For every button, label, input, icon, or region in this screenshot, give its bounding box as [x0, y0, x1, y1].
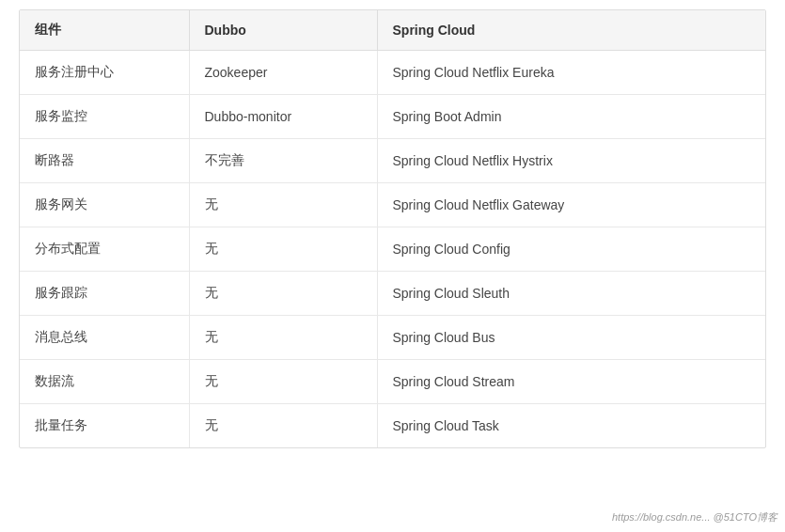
cell-dubbo: 无	[189, 404, 377, 448]
cell-component: 批量任务	[20, 404, 189, 448]
cell-dubbo: 无	[189, 227, 377, 272]
cell-component: 服务网关	[20, 183, 189, 227]
cell-spring: Spring Cloud Config	[377, 227, 765, 272]
cell-spring: Spring Cloud Netflix Gateway	[377, 183, 765, 227]
cell-spring: Spring Cloud Task	[377, 404, 765, 448]
comparison-table-wrapper: 组件 Dubbo Spring Cloud 服务注册中心ZookeeperSpr…	[19, 9, 766, 448]
cell-dubbo: 无	[189, 360, 377, 404]
cell-component: 消息总线	[20, 316, 189, 360]
cell-dubbo: 不完善	[189, 139, 377, 183]
cell-component: 服务注册中心	[20, 51, 189, 95]
cell-spring: Spring Cloud Netflix Hystrix	[377, 139, 765, 183]
table-row: 服务跟踪无Spring Cloud Sleuth	[20, 272, 765, 316]
table-row: 服务网关无Spring Cloud Netflix Gateway	[20, 183, 765, 227]
cell-component: 分布式配置	[20, 227, 189, 272]
table-header-row: 组件 Dubbo Spring Cloud	[20, 10, 765, 51]
header-spring: Spring Cloud	[377, 10, 765, 51]
cell-component: 服务跟踪	[20, 272, 189, 316]
cell-dubbo: Zookeeper	[189, 51, 377, 95]
table-row: 分布式配置无Spring Cloud Config	[20, 227, 765, 272]
header-component: 组件	[20, 10, 189, 51]
watermark: https://blog.csdn.ne... @51CTO博客	[612, 510, 777, 524]
cell-spring: Spring Cloud Stream	[377, 360, 765, 404]
table-row: 服务监控Dubbo-monitorSpring Boot Admin	[20, 95, 765, 139]
cell-spring: Spring Cloud Sleuth	[377, 272, 765, 316]
cell-component: 数据流	[20, 360, 189, 404]
header-dubbo: Dubbo	[189, 10, 377, 51]
table-row: 批量任务无Spring Cloud Task	[20, 404, 765, 448]
comparison-table: 组件 Dubbo Spring Cloud 服务注册中心ZookeeperSpr…	[20, 10, 765, 447]
cell-component: 断路器	[20, 139, 189, 183]
cell-spring: Spring Boot Admin	[377, 95, 765, 139]
table-row: 服务注册中心ZookeeperSpring Cloud Netflix Eure…	[20, 51, 765, 95]
table-row: 消息总线无Spring Cloud Bus	[20, 316, 765, 360]
cell-dubbo: 无	[189, 272, 377, 316]
table-row: 断路器不完善Spring Cloud Netflix Hystrix	[20, 139, 765, 183]
cell-spring: Spring Cloud Netflix Eureka	[377, 51, 765, 95]
cell-dubbo: 无	[189, 183, 377, 227]
cell-dubbo: Dubbo-monitor	[189, 95, 377, 139]
cell-spring: Spring Cloud Bus	[377, 316, 765, 360]
cell-component: 服务监控	[20, 95, 189, 139]
cell-dubbo: 无	[189, 316, 377, 360]
table-row: 数据流无Spring Cloud Stream	[20, 360, 765, 404]
